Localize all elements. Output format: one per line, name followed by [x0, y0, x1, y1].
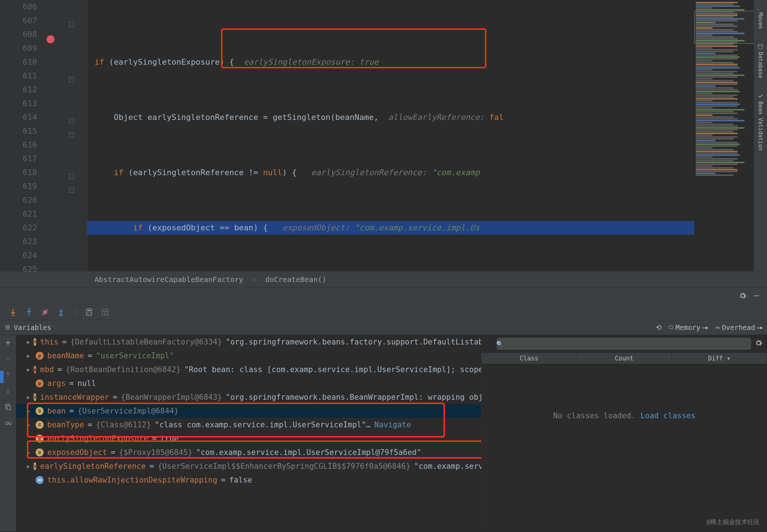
expand-icon[interactable]: ▶	[27, 363, 30, 376]
equals-sign: =	[62, 335, 67, 349]
line-num: 610	[0, 55, 37, 69]
down-arrow-icon[interactable]	[4, 387, 12, 396]
svg-rect-2	[754, 295, 759, 296]
breadcrumb-class[interactable]: AbstractAutowireCapableBeanFactory	[95, 275, 243, 284]
expand-icon[interactable]: ▶	[27, 335, 30, 349]
variable-value: "com.examp.service.impl.Use	[414, 459, 481, 473]
load-classes-link[interactable]: Load classes	[640, 411, 696, 420]
expand-icon[interactable]: ▶	[27, 459, 30, 473]
equals-sign: =	[221, 473, 226, 487]
minimize-icon[interactable]	[752, 292, 760, 300]
expand-icon[interactable]: ▶	[27, 390, 30, 404]
variable-row[interactable]: ▶≡earlySingletonReference = {UserService…	[16, 459, 481, 473]
svg-rect-17	[669, 326, 673, 329]
equals-sign: =	[111, 446, 115, 459]
svg-point-1	[758, 44, 763, 46]
variable-row[interactable]: ▶pmbd = {RootBeanDefinition@6842} "Root …	[16, 363, 481, 376]
variable-row[interactable]: ≡earlySingletonExposure = true	[16, 432, 481, 446]
line-num: 622	[0, 221, 37, 235]
search-icon: 🔍	[496, 340, 503, 347]
overhead-tab[interactable]: Overhead→▪	[715, 323, 763, 331]
equals-sign: =	[149, 459, 154, 473]
variable-value: "class com.examp.service.impl.UserServic…	[155, 418, 371, 432]
remove-watch-icon[interactable]	[4, 355, 12, 364]
fold-marker-icon[interactable]: −	[69, 174, 74, 179]
variable-row[interactable]: ▶≡beanType = {Class@6112} "class com.exa…	[16, 418, 481, 432]
fold-marker-icon[interactable]: −	[69, 77, 74, 82]
field-badge-icon: ≡	[36, 407, 44, 415]
code-area[interactable]: if (earlySingletonExposure) { earlySingl…	[87, 0, 694, 271]
layout-icon[interactable]	[101, 308, 109, 317]
expand-icon[interactable]: ▶	[27, 349, 32, 363]
variable-row[interactable]: pargs = null	[16, 376, 481, 390]
fold-marker-icon[interactable]: −	[69, 132, 74, 137]
variable-value: true	[160, 432, 179, 446]
toolwindow-database[interactable]: Database	[757, 43, 764, 78]
up-arrow-icon[interactable]	[4, 371, 12, 380]
memory-empty-state: No classes loaded. Load classes	[482, 364, 767, 531]
expand-icon[interactable]: ▶	[27, 404, 32, 418]
code-line-current: if (exposedObject == bean) { exposedObje…	[87, 221, 694, 235]
restore-layout-icon[interactable]: ⟲	[656, 323, 662, 331]
breadcrumb-method[interactable]: doCreateBean()	[265, 275, 326, 284]
fold-marker-icon[interactable]: −	[69, 118, 74, 124]
col-diff[interactable]: Diff ▾	[672, 353, 767, 364]
variable-name: earlySingletonExposure	[47, 432, 148, 446]
col-class[interactable]: Class	[482, 353, 577, 364]
step-down-icon[interactable]	[9, 308, 17, 317]
database-icon	[757, 43, 764, 50]
line-num: 609	[0, 41, 37, 55]
gear-icon[interactable]	[739, 292, 747, 300]
breakpoint-icon[interactable]	[47, 35, 55, 43]
variable-value: "userServiceImpl"	[96, 349, 174, 363]
line-num: 618	[0, 166, 37, 180]
gauge-icon	[715, 325, 720, 330]
variable-name: mbd	[40, 363, 54, 376]
calculator-icon[interactable]	[85, 308, 93, 317]
variable-name: earlySingletonReference	[40, 459, 146, 473]
svg-rect-9	[88, 310, 91, 311]
variable-row[interactable]: ▶≡this = {DefaultListableBeanFactory@633…	[16, 335, 481, 349]
svg-point-22	[9, 422, 11, 424]
field-badge-icon: ≡	[33, 338, 36, 346]
mute-breakpoints-icon[interactable]	[41, 308, 49, 317]
variable-object: {$Proxy105@6845}	[119, 446, 192, 459]
add-watch-icon[interactable]	[4, 339, 12, 348]
gear-icon[interactable]	[755, 339, 763, 348]
variable-object: {RootBeanDefinition@6842}	[66, 363, 181, 376]
debug-panel-header	[0, 287, 767, 304]
toolwindow-maven[interactable]: m Maven	[757, 4, 764, 29]
line-num: 624	[0, 249, 37, 262]
line-num: 616	[0, 138, 37, 152]
class-filter-input[interactable]	[497, 338, 751, 350]
variable-row[interactable]: ▶pbeanName = "userServiceImpl"	[16, 349, 481, 363]
svg-rect-4	[28, 309, 31, 309]
variable-row[interactable]: ∞this.allowRawInjectionDespiteWrapping =…	[16, 473, 481, 487]
variable-row[interactable]: ▶≡instanceWrapper = {BeanWrapperImpl@684…	[16, 390, 481, 404]
variable-row[interactable]: ▶≡exposedObject = {$Proxy105@6845} "com.…	[16, 446, 481, 459]
fold-marker-icon[interactable]: −	[69, 188, 74, 193]
memory-tab[interactable]: Memory→▪	[668, 323, 708, 331]
line-number-gutter: 606 607 608 609 610 611 612 613 614 615 …	[0, 0, 44, 271]
variables-header: Variables ⟲ Memory→▪ Overhead→▪	[0, 320, 767, 335]
field-badge-icon: ≡	[36, 421, 44, 429]
variables-tree[interactable]: ▶≡this = {DefaultListableBeanFactory@633…	[16, 335, 481, 531]
code-line: if (earlySingletonExposure) { earlySingl…	[87, 55, 694, 69]
expand-icon[interactable]: ▶	[27, 446, 32, 459]
svg-rect-8	[87, 309, 92, 315]
col-count[interactable]: Count	[577, 353, 672, 364]
step-up-icon[interactable]	[25, 308, 33, 317]
expand-icon[interactable]: ▶	[27, 418, 32, 432]
variable-row[interactable]: ▶≡bean = {UserServiceImpl@6844}	[16, 404, 481, 418]
glasses-icon[interactable]	[4, 419, 12, 428]
step-into-icon[interactable]	[57, 308, 65, 317]
fold-marker-icon[interactable]: −	[69, 22, 74, 27]
navigate-link[interactable]: Navigate	[374, 418, 411, 432]
copy-icon[interactable]	[4, 403, 12, 412]
toolwindow-bean-validation[interactable]: Bean Validation	[757, 93, 764, 150]
svg-point-7	[60, 314, 62, 316]
line-num: 606	[0, 0, 37, 14]
line-num: 613	[0, 97, 37, 110]
variable-name: args	[47, 376, 66, 390]
svg-point-13	[90, 314, 91, 314]
